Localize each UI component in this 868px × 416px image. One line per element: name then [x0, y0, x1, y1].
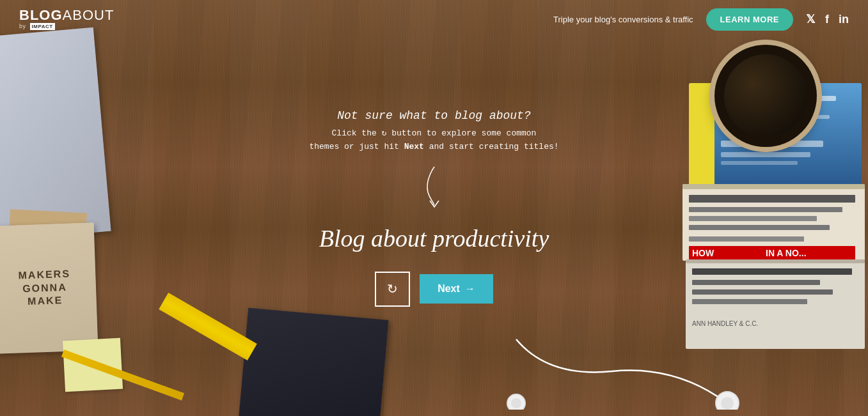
social-icons: 𝕏 f in: [806, 12, 849, 26]
facebook-icon[interactable]: f: [825, 13, 829, 26]
hint-heading: Not sure what to blog about?: [337, 109, 530, 122]
nav-tagline: Triple your blog's conversions & traffic: [553, 15, 693, 24]
logo: BLOGABOUT: [19, 8, 114, 22]
logo-blog: BLOG: [19, 7, 63, 23]
logo-area: BLOGABOUT by IMPACT: [19, 8, 114, 30]
hint-subtitle: Click the ↻ button to explore some commo…: [309, 127, 558, 154]
buttons-row: ↻ Next →: [375, 272, 493, 307]
blog-about-section: Blog about productivity: [319, 224, 549, 252]
main-content: Not sure what to blog about? Click the ↻…: [0, 38, 868, 416]
blog-about-prefix: Blog about: [319, 225, 432, 252]
twitter-icon[interactable]: 𝕏: [806, 12, 816, 26]
arrow-container: [418, 164, 450, 208]
hint-line1: Click the ↻ button to explore some commo…: [332, 128, 537, 138]
next-button[interactable]: Next →: [420, 274, 493, 304]
hint-arrow: [418, 164, 450, 208]
linkedin-icon[interactable]: in: [839, 13, 849, 26]
refresh-icon: ↻: [387, 281, 398, 297]
logo-by-text: by: [19, 23, 26, 29]
logo-about: ABOUT: [63, 7, 114, 23]
logo-sub: by IMPACT: [19, 23, 114, 30]
blog-about-topic: productivity: [432, 225, 549, 252]
impact-badge: IMPACT: [30, 23, 55, 30]
next-arrow-icon: →: [465, 283, 475, 295]
refresh-button[interactable]: ↻: [375, 272, 410, 307]
hint-line2-prefix: themes or just hit Next and start creati…: [309, 142, 558, 151]
navbar: BLOGABOUT by IMPACT Triple your blog's c…: [0, 0, 868, 38]
nav-right: Triple your blog's conversions & traffic…: [553, 8, 849, 31]
next-label: Next: [438, 283, 460, 295]
learn-more-button[interactable]: LEARN MORE: [706, 8, 793, 31]
